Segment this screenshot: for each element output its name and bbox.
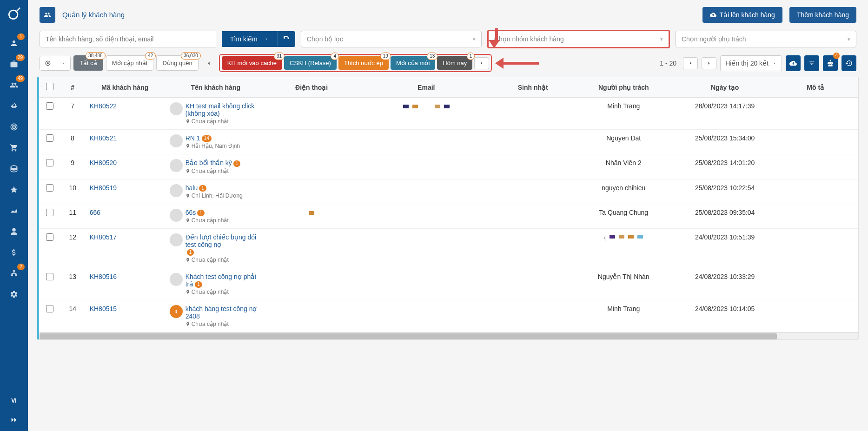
customer-name-link[interactable]: khách hàng test công nợ 2408 [186,305,257,320]
sidebar-item-coins[interactable] [2,158,26,179]
location-text: Hải Hậu, Nam Định [186,143,240,149]
language-indicator[interactable]: VI [11,391,16,411]
row-checkbox[interactable] [46,134,53,142]
birthday-button[interactable]: 4 [823,55,838,71]
sidebar-item-gear[interactable] [2,284,26,305]
avatar-info [170,305,183,318]
row-number: 11 [60,204,85,228]
search-button[interactable]: Tìm kiếm [222,31,277,47]
location-text: Chưa cập nhật [186,257,262,263]
location-text: Chí Linh, Hải Dương [186,192,243,199]
row-checkbox[interactable] [46,184,53,192]
assignee-cell: ( [570,229,677,268]
page-prev-button[interactable] [683,57,698,69]
tag-thích-nước-ép[interactable]: Thích nước ép19 [338,56,389,70]
tags-prev-button[interactable] [201,57,216,69]
page-header: Quản lý khách hàng Tải lên khách hàng Th… [28,0,868,30]
sidebar-item-person[interactable] [2,221,26,242]
created-cell: 24/08/2023 10:14:05 [677,300,773,332]
history-button[interactable] [841,55,856,71]
search-input[interactable] [40,31,216,47]
customer-code-link[interactable]: KH80515 [90,305,117,312]
row-number: 9 [60,154,85,179]
created-cell: 25/08/2023 09:35:04 [677,204,773,228]
customer-name-link[interactable]: Đến lượt chiếc bụng đói test công nợ [186,233,256,248]
tag-cskh-(relase)[interactable]: CSKH (Relase)4 [284,56,337,70]
horizontal-scrollbar[interactable] [39,332,858,339]
customers-icon-button[interactable] [40,7,55,23]
created-cell: 24/08/2023 10:33:29 [677,268,773,300]
tag-mới-của-mới[interactable]: Mới của mới13 [391,56,435,70]
view-dropdown-button[interactable] [56,56,70,70]
assignee-cell: Minh Trang [570,300,677,332]
filter-select[interactable]: Chọn bộ lọc▾ [301,31,482,47]
customer-code-link[interactable]: KH80520 [90,159,117,166]
sidebar-item-user[interactable]: 1 [2,33,26,53]
table-row: 7KH80522KH test mail không click (không … [39,98,858,130]
assignee-cell: Ta Quang Chung [570,204,677,228]
location-text: Chưa cập nhật [186,168,241,174]
tag-hôm-nay[interactable]: Hôm nay1 [437,56,472,70]
customer-name-link[interactable]: KH test mail không click (không xóa) [186,102,255,117]
page-title: Quản lý khách hàng [62,11,125,19]
upload-customers-button[interactable]: Tải lên khách hàng [702,7,782,23]
row-checkbox[interactable] [46,233,53,241]
sidebar-item-sitemap[interactable]: 2 [2,263,26,284]
customer-code-link[interactable]: KH80522 [90,102,117,110]
svg-point-0 [9,10,18,19]
sidebar-item-target[interactable] [2,116,26,137]
filter-button[interactable] [804,55,819,71]
customer-name-link[interactable]: RN 1 [186,134,200,142]
tag-kh-mới-vào-cache[interactable]: KH mới vào cache31 [222,56,282,70]
page-size-select[interactable]: Hiển thị 20 kết [720,55,782,71]
col-email: Email [357,77,496,98]
location-text: Chưa cập nhật [186,118,262,125]
customer-code-link[interactable]: KH80521 [90,134,117,142]
select-all-checkbox[interactable] [46,83,53,90]
created-cell: 25/08/2023 15:34:00 [677,130,773,154]
svg-rect-4 [175,312,177,314]
sidebar-expand-button[interactable] [10,411,18,431]
customer-code-link[interactable]: KH80519 [90,184,117,192]
view-mode-button[interactable] [40,56,56,70]
tags-next-button[interactable] [474,57,489,69]
sidebar-item-users[interactable]: 49 [2,74,26,95]
assignee-select[interactable]: Chọn người phụ trách▾ [676,31,856,47]
customer-name-link[interactable]: halu [186,184,198,192]
pill-all[interactable]: Tất cả38,488 [73,55,103,71]
row-checkbox[interactable] [46,102,53,110]
table-row: 13KH80516Khách test công nợ phải trả1Chư… [39,268,858,300]
table-row: 9KH80520Bảo bổi thần kỳ1Chưa cập nhậtNhâ… [39,154,858,179]
assignee-cell: Nguyễn Thị Nhàn [570,268,677,300]
customer-name-link[interactable]: Bảo bổi thần kỳ [186,159,232,166]
sidebar-item-dollar[interactable] [2,242,26,263]
customer-name-link[interactable]: 66s [186,209,196,216]
pill-dont-forget[interactable]: Đừng quên36,030 [156,55,198,71]
sidebar-item-briefcase[interactable]: 29 [2,53,26,74]
customer-group-select[interactable]: Chọn nhóm khách hàng▾ [487,30,670,48]
row-number: 10 [60,179,85,204]
avatar [170,209,183,222]
row-checkbox[interactable] [46,209,53,216]
customer-code-link[interactable]: KH80517 [90,233,117,241]
avatar [170,184,183,197]
sidebar-item-cart[interactable] [2,137,26,158]
refresh-button[interactable] [277,31,295,47]
sidebar-item-star[interactable] [2,179,26,200]
customer-group-tags: KH mới vào cache31CSKH (Relase)4Thích nư… [219,54,492,72]
customer-code-link[interactable]: KH80516 [90,273,117,280]
page-next-button[interactable] [702,57,716,69]
col-phone: Điện thoại [266,77,357,98]
row-checkbox[interactable] [46,305,53,312]
customer-code-link[interactable]: 666 [90,209,100,216]
sidebar-item-chart[interactable] [2,200,26,221]
avatar [170,159,183,172]
app-logo[interactable] [5,5,23,23]
row-checkbox[interactable] [46,273,53,280]
cloud-download-button[interactable] [786,55,801,71]
pill-recent-update[interactable]: Mới cập nhật42 [106,55,154,71]
row-checkbox[interactable] [46,159,53,166]
sidebar-item-handshake[interactable] [2,95,26,116]
table-row: 14KH80515khách hàng test công nợ 2408Chư… [39,300,858,332]
add-customer-button[interactable]: Thêm khách hàng [789,7,856,23]
